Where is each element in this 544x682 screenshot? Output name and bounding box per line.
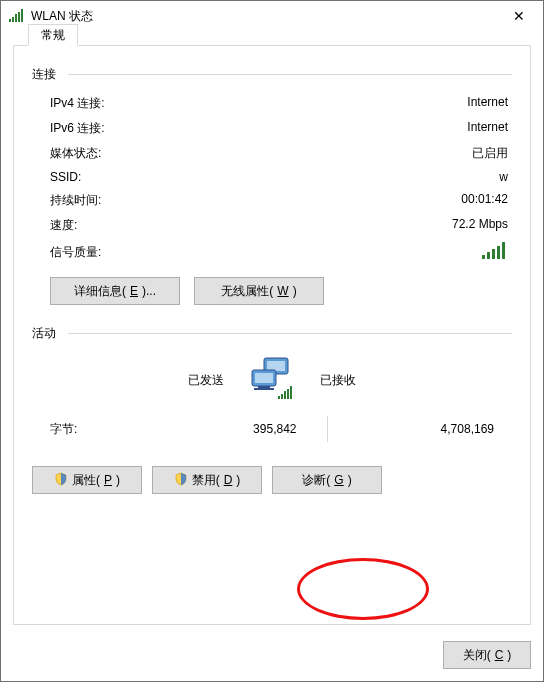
close-window-button[interactable]: ✕ [497, 2, 541, 30]
svg-rect-4 [21, 9, 23, 22]
disable-button-hot: D [224, 473, 233, 487]
speed-value: 72.2 Mbps [368, 217, 508, 234]
svg-rect-7 [492, 249, 495, 259]
signal-value [368, 242, 508, 263]
sent-bytes: 395,842 [160, 422, 297, 436]
svg-rect-19 [287, 389, 289, 399]
svg-rect-15 [254, 388, 274, 390]
svg-rect-16 [278, 396, 280, 399]
svg-rect-5 [482, 255, 485, 259]
diagnose-button-hot: G [334, 473, 343, 487]
ipv6-label: IPv6 连接: [50, 120, 368, 137]
ipv6-row: IPv6 连接: Internet [32, 116, 512, 141]
ssid-row: SSID: w [32, 166, 512, 188]
svg-rect-17 [281, 394, 283, 399]
disable-button-post: ) [236, 473, 240, 487]
ssid-label: SSID: [50, 170, 368, 184]
close-button-pre: 关闭( [463, 647, 491, 664]
ipv6-value: Internet [368, 120, 508, 137]
diagnose-button-post: ) [348, 473, 352, 487]
bytes-label: 字节: [50, 421, 160, 438]
duration-label: 持续时间: [50, 192, 368, 209]
details-button-pre: 详细信息( [74, 283, 126, 300]
media-value: 已启用 [368, 145, 508, 162]
properties-button-hot: P [104, 473, 112, 487]
bytes-row: 字节: 395,842 4,708,169 [32, 406, 512, 448]
window-title: WLAN 状态 [31, 8, 497, 25]
close-button[interactable]: 关闭(C) [443, 641, 531, 669]
svg-rect-18 [284, 391, 286, 399]
connection-group-header: 连接 [32, 66, 512, 83]
wireless-properties-button[interactable]: 无线属性(W) [194, 277, 324, 305]
speed-label: 速度: [50, 217, 368, 234]
ipv4-label: IPv4 连接: [50, 95, 368, 112]
svg-rect-9 [502, 242, 505, 259]
signal-label: 信号质量: [50, 244, 368, 261]
media-row: 媒体状态: 已启用 [32, 141, 512, 166]
activity-group-header: 活动 [32, 325, 512, 342]
shield-icon [54, 472, 68, 489]
ipv4-value: Internet [368, 95, 508, 112]
svg-rect-2 [15, 14, 17, 22]
close-icon: ✕ [513, 8, 525, 24]
close-button-post: ) [507, 648, 511, 662]
svg-rect-14 [258, 386, 270, 388]
recv-bytes: 4,708,169 [358, 422, 495, 436]
svg-rect-1 [12, 17, 14, 22]
wifi-signal-icon [9, 9, 25, 23]
dialog-footer: 关闭(C) [443, 641, 531, 669]
disable-button-pre: 禁用( [192, 472, 220, 489]
network-activity-icon [244, 356, 300, 404]
signal-bars-icon [482, 242, 508, 260]
activity-group-label: 活动 [32, 325, 56, 342]
divider [68, 74, 512, 75]
properties-button[interactable]: 属性(P) [32, 466, 142, 494]
wireless-button-pre: 无线属性( [221, 283, 273, 300]
diagnose-button-pre: 诊断( [302, 472, 330, 489]
media-label: 媒体状态: [50, 145, 368, 162]
svg-rect-0 [9, 19, 11, 22]
tab-general-label: 常规 [41, 27, 65, 44]
sent-label: 已发送 [104, 372, 244, 389]
duration-row: 持续时间: 00:01:42 [32, 188, 512, 213]
tab-general[interactable]: 常规 [28, 24, 78, 46]
duration-value: 00:01:42 [368, 192, 508, 209]
connection-group-label: 连接 [32, 66, 56, 83]
titlebar: WLAN 状态 ✕ [1, 1, 543, 31]
details-button-post: )... [142, 284, 156, 298]
activity-visual: 已发送 已接收 [32, 350, 512, 406]
ipv4-row: IPv4 连接: Internet [32, 91, 512, 116]
details-button[interactable]: 详细信息(E)... [50, 277, 180, 305]
svg-rect-20 [290, 386, 292, 399]
connection-buttons: 详细信息(E)... 无线属性(W) [32, 267, 512, 307]
wireless-button-hot: W [277, 284, 288, 298]
close-button-hot: C [495, 648, 504, 662]
activity-buttons: 属性(P) 禁用(D) 诊断(G) [32, 448, 512, 494]
shield-icon [174, 472, 188, 489]
disable-button[interactable]: 禁用(D) [152, 466, 262, 494]
client-area: 常规 连接 IPv4 连接: Internet IPv6 连接: Interne… [13, 45, 531, 625]
svg-rect-3 [18, 12, 20, 22]
diagnose-button[interactable]: 诊断(G) [272, 466, 382, 494]
svg-rect-8 [497, 246, 500, 259]
svg-rect-13 [255, 373, 273, 383]
details-button-hot: E [130, 284, 138, 298]
divider [68, 333, 512, 334]
wlan-status-window: WLAN 状态 ✕ 常规 连接 IPv4 连接: Internet IPv6 连… [0, 0, 544, 682]
ssid-value: w [368, 170, 508, 184]
speed-row: 速度: 72.2 Mbps [32, 213, 512, 238]
divider [327, 416, 328, 442]
wireless-button-post: ) [293, 284, 297, 298]
properties-button-post: ) [116, 473, 120, 487]
svg-rect-6 [487, 252, 490, 259]
recv-label: 已接收 [300, 372, 440, 389]
signal-row: 信号质量: [32, 238, 512, 267]
properties-button-pre: 属性( [72, 472, 100, 489]
